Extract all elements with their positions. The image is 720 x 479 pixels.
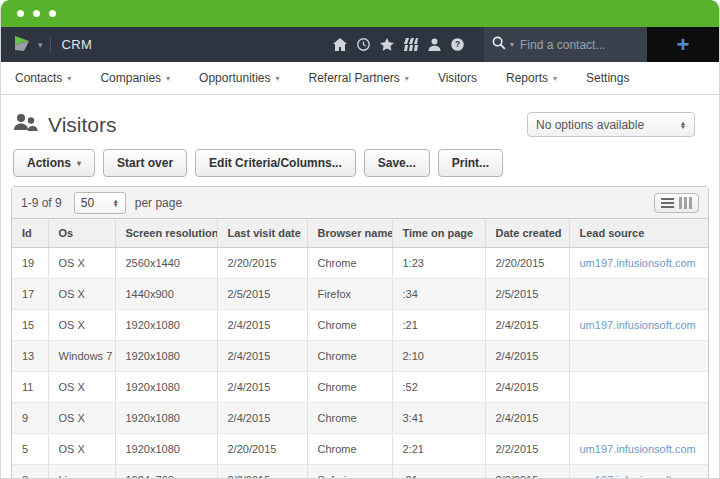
chevron-down-icon: ▾ (77, 159, 81, 168)
cell-screen-resolution: 1920x1080 (115, 372, 217, 403)
chevron-down-icon: ▾ (67, 74, 71, 83)
help-icon[interactable]: ? (451, 38, 464, 51)
cell-os: OS X (48, 279, 115, 310)
cell-lead-source: um197.infusionsoft.com (569, 434, 709, 465)
divider (50, 37, 51, 53)
print-button[interactable]: Print... (438, 149, 503, 177)
cell-lead-source: um197.infusionsoft.com (569, 465, 709, 479)
cell-id: 5 (12, 434, 48, 465)
menubar-item-referral-partners[interactable]: Referral Partners▾ (308, 71, 408, 85)
column-header-date-created[interactable]: Date created (485, 219, 569, 248)
table-row[interactable]: 9OS X1920x10802/4/2015Chrome3:412/4/2015 (12, 403, 709, 434)
window-dot[interactable] (17, 10, 24, 17)
user-icon[interactable] (428, 38, 441, 51)
table-row[interactable]: 19OS X2560x14402/20/2015Chrome1:232/20/2… (12, 248, 709, 279)
cell-os: Windows 7 (48, 341, 115, 372)
home-icon[interactable] (333, 38, 347, 51)
table-row[interactable]: 3Linux1024x7682/2/2015Safari:212/2/2015u… (12, 465, 709, 479)
cell-screen-resolution: 1920x1080 (115, 310, 217, 341)
quick-add-button[interactable]: + (647, 27, 719, 62)
saved-search-select[interactable]: No options available ▲▼ (527, 112, 695, 137)
menubar-item-reports[interactable]: Reports▾ (506, 71, 557, 85)
cell-date-created: 2/4/2015 (485, 372, 569, 403)
chevron-down-icon: ▾ (405, 74, 409, 83)
cell-id: 3 (12, 465, 48, 479)
cell-last-visit-date: 2/5/2015 (217, 279, 307, 310)
menubar-item-visitors[interactable]: Visitors (438, 71, 477, 85)
column-header-time-on-page[interactable]: Time on page (392, 219, 485, 248)
table-row[interactable]: 11OS X1920x10802/4/2015Chrome:522/4/2015 (12, 372, 709, 403)
column-header-id[interactable]: Id (12, 219, 48, 248)
cell-date-created: 2/2/2015 (485, 434, 569, 465)
lead-source-link[interactable]: um197.infusionsoft.com (580, 257, 696, 269)
chevron-down-icon[interactable]: ▾ (38, 40, 43, 50)
cell-time-on-page: 2:10 (392, 341, 485, 372)
cell-last-visit-date: 2/4/2015 (217, 372, 307, 403)
clock-icon[interactable] (357, 38, 370, 51)
list-view-icon[interactable] (661, 198, 674, 208)
column-header-lead-source[interactable]: Lead source (569, 219, 709, 248)
menubar-item-contacts[interactable]: Contacts▾ (15, 71, 71, 85)
cell-browser-name: Chrome (307, 403, 392, 434)
app-window: ▾ CRM (0, 0, 720, 479)
column-view-icon[interactable] (679, 197, 692, 209)
menubar-item-opportunities[interactable]: Opportunities▾ (199, 71, 279, 85)
cell-browser-name: Chrome (307, 372, 392, 403)
cell-browser-name: Safari (307, 465, 392, 479)
save-button[interactable]: Save... (364, 149, 430, 177)
top-navbar: ▾ CRM (1, 27, 719, 62)
visitors-list-panel: 1-9 of 9 50 ▲▼ per page IdOsScreen resol… (11, 186, 709, 479)
cell-screen-resolution: 1920x1080 (115, 341, 217, 372)
infusionsoft-logo-icon[interactable] (12, 33, 32, 57)
cell-date-created: 2/4/2015 (485, 403, 569, 434)
page-size-value: 50 (81, 196, 94, 210)
cell-id: 17 (12, 279, 48, 310)
cell-date-created: 2/20/2015 (485, 248, 569, 279)
cell-screen-resolution: 2560x1440 (115, 248, 217, 279)
lead-source-link[interactable]: um197.infusionsoft.com (580, 319, 696, 331)
contact-search-field[interactable]: ▾ Find a contact... (484, 27, 647, 62)
select-updown-icon: ▲▼ (680, 121, 686, 129)
navbar-icon-group: ? (333, 27, 484, 62)
cell-browser-name: Firefox (307, 279, 392, 310)
window-dot[interactable] (49, 10, 56, 17)
menubar-item-companies[interactable]: Companies▾ (100, 71, 170, 85)
column-header-screen-resolution[interactable]: Screen resolution (115, 219, 217, 248)
actions-button[interactable]: Actions▾ (13, 149, 95, 177)
column-header-os[interactable]: Os (48, 219, 115, 248)
column-header-last-visit-date[interactable]: Last visit date (217, 219, 307, 248)
star-icon[interactable] (380, 38, 394, 51)
chevron-down-icon: ▾ (553, 74, 557, 83)
menubar-item-label: Companies (100, 71, 161, 85)
edit-criteria-columns-button[interactable]: Edit Criteria/Columns... (195, 149, 356, 177)
cell-browser-name: Chrome (307, 341, 392, 372)
table-row[interactable]: 15OS X1920x10802/4/2015Chrome:212/4/2015… (12, 310, 709, 341)
visitors-table: IdOsScreen resolutionLast visit dateBrow… (12, 219, 709, 479)
table-row[interactable]: 13Windows 71920x10802/4/2015Chrome2:102/… (12, 341, 709, 372)
table-row[interactable]: 5OS X1920x10802/20/2015Chrome2:212/2/201… (12, 434, 709, 465)
search-scope-caret-icon[interactable]: ▾ (510, 40, 514, 49)
list-toolbar: 1-9 of 9 50 ▲▼ per page (12, 187, 708, 219)
column-header-browser-name[interactable]: Browser name (307, 219, 392, 248)
view-toggle[interactable] (654, 193, 699, 213)
cell-id: 11 (12, 372, 48, 403)
cell-screen-resolution: 1440x900 (115, 279, 217, 310)
svg-text:?: ? (455, 39, 460, 49)
lead-source-link[interactable]: um197.infusionsoft.com (580, 474, 696, 479)
cell-screen-resolution: 1024x768 (115, 465, 217, 479)
action-button-row: Actions▾Start overEdit Criteria/Columns.… (1, 137, 719, 177)
cell-date-created: 2/2/2015 (485, 465, 569, 479)
cell-id: 13 (12, 341, 48, 372)
window-dot[interactable] (33, 10, 40, 17)
table-row[interactable]: 17OS X1440x9002/5/2015Firefox:342/5/2015 (12, 279, 709, 310)
apps-icon[interactable] (404, 38, 418, 51)
menubar-item-label: Referral Partners (308, 71, 399, 85)
page-size-select[interactable]: 50 ▲▼ (74, 192, 126, 214)
menubar-item-label: Settings (586, 71, 629, 85)
cell-date-created: 2/4/2015 (485, 310, 569, 341)
cell-browser-name: Chrome (307, 434, 392, 465)
start-over-button[interactable]: Start over (103, 149, 187, 177)
menubar-item-settings[interactable]: Settings (586, 71, 629, 85)
lead-source-link[interactable]: um197.infusionsoft.com (580, 443, 696, 455)
cell-date-created: 2/5/2015 (485, 279, 569, 310)
